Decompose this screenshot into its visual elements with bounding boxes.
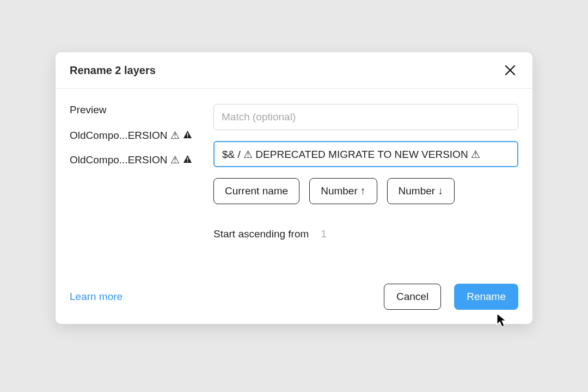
start-ascending-label: Start ascending from	[213, 228, 309, 240]
warning-icon	[183, 155, 192, 166]
close-icon	[504, 64, 516, 76]
preview-item-text: OldCompo...ERSION ⚠	[70, 129, 180, 142]
dialog-footer: Learn more Cancel Rename	[56, 246, 532, 324]
preview-column: Preview OldCompo...ERSION ⚠ OldCompo...E…	[70, 104, 200, 240]
chip-label: Current name	[225, 185, 288, 197]
rename-layers-dialog: Rename 2 layers Preview OldCompo...ERSIO…	[56, 52, 532, 324]
svg-rect-5	[187, 161, 188, 162]
svg-rect-2	[187, 133, 188, 136]
dialog-body: Preview OldCompo...ERSION ⚠ OldCompo...E…	[56, 89, 532, 246]
inputs-column: Current name Number ↑ Number ↓ Start asc…	[213, 104, 518, 240]
close-button[interactable]	[502, 62, 518, 78]
dialog-title: Rename 2 layers	[70, 64, 156, 77]
svg-rect-3	[187, 136, 188, 137]
token-chip-row: Current name Number ↑ Number ↓	[213, 178, 518, 204]
cancel-button[interactable]: Cancel	[384, 284, 441, 310]
preview-label: Preview	[70, 104, 200, 116]
footer-buttons: Cancel Rename	[384, 284, 518, 310]
learn-more-link[interactable]: Learn more	[70, 291, 122, 303]
start-ascending-row: Start ascending from	[213, 228, 518, 240]
preview-item: OldCompo...ERSION ⚠	[70, 154, 200, 166]
preview-item: OldCompo...ERSION ⚠	[70, 129, 200, 142]
chip-number-descending[interactable]: Number ↓	[387, 178, 455, 204]
chip-current-name[interactable]: Current name	[213, 178, 299, 204]
chip-number-ascending[interactable]: Number ↑	[309, 178, 377, 204]
warning-icon	[183, 130, 192, 141]
chip-label: Number ↑	[321, 185, 365, 197]
rename-input[interactable]	[213, 141, 518, 167]
start-ascending-input[interactable]	[321, 228, 342, 240]
preview-item-text: OldCompo...ERSION ⚠	[70, 154, 180, 166]
svg-rect-4	[187, 157, 188, 160]
dialog-header: Rename 2 layers	[56, 52, 532, 89]
match-input[interactable]	[213, 104, 518, 130]
rename-button[interactable]: Rename	[454, 284, 518, 310]
chip-label: Number ↓	[399, 185, 443, 197]
